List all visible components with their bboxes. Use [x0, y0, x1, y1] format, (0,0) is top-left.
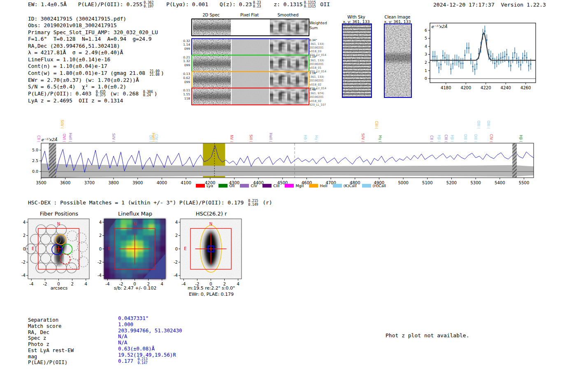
smoothed-cell: [270, 72, 308, 88]
info-radec: RA,Dec (203.994766,51.302418): [28, 43, 164, 49]
line-label-SiII: SiII (: [249, 135, 253, 142]
svg-text:0: 0: [425, 76, 427, 81]
spec2d-row-left-labels: 0.111.55118: [180, 88, 190, 100]
line-label-Hβ: Hβ (: [519, 135, 523, 142]
z-suffix: OII: [317, 1, 330, 7]
line-label-HeII: HeII (: [269, 133, 273, 142]
svg-text:5300: 5300: [470, 181, 481, 185]
svg-text:-2: -2: [21, 260, 26, 264]
svg-text:E: E: [32, 246, 34, 251]
line-fit-plot: 418042004220424042600123456e⁻¹⁷x2Å: [420, 20, 547, 94]
match-row-label: RA, Dec: [28, 329, 49, 335]
pixelflat-cell: [232, 19, 269, 35]
spec2d-row-right-labels: WeightedSum: [309, 21, 335, 30]
plya-value: P(Lyα): 0.001: [166, 1, 208, 7]
svg-text:4: 4: [99, 220, 102, 225]
pixelflat-cell: [232, 88, 269, 104]
spec2d-row-right-labels: 0.34"(361, 133)20190201v018_03320_LU_014: [309, 39, 335, 58]
spec2d-row-right-labels: 1.18"(361, 133)20190201v018_02320_LU_014: [309, 72, 335, 90]
svg-text:0.0: 0.0: [32, 169, 38, 174]
with-sky-title: With Sky: [340, 15, 373, 19]
legend-swatch: [240, 184, 249, 188]
svg-text:2.5: 2.5: [32, 158, 38, 163]
svg-text:-4: -4: [174, 273, 178, 278]
pixelflat-cell: [232, 39, 269, 55]
info-id: ID: 3002417915 (3002417915.pdf): [28, 16, 164, 22]
spec2d-row: [191, 38, 309, 56]
line-label-Hγ: Hγ (: [378, 135, 382, 142]
line-label-CII: CII (: [430, 135, 434, 142]
legend-item-(K)CaII: (K)CaII: [333, 183, 357, 188]
svg-text:3900: 3900: [132, 181, 143, 185]
svg-text:5.0: 5.0: [32, 148, 38, 152]
svg-text:4220: 4220: [481, 86, 491, 90]
spec2d-row: [191, 19, 309, 36]
svg-text:4000: 4000: [157, 181, 167, 185]
svg-text:1: 1: [425, 68, 427, 73]
spec2d-row-right-labels: 1.48"(361, 974)20190201v018_02320_LL_107: [309, 88, 335, 107]
match-row-label: Separation: [28, 317, 58, 323]
svg-text:2: 2: [425, 60, 427, 65]
svg-text:3600: 3600: [60, 181, 70, 185]
spec2d-cell: [193, 39, 231, 55]
match-row-label: Est LyA rest-EW: [28, 348, 74, 353]
svg-text:-2: -2: [174, 260, 178, 264]
line-label-SiIV: SiIV (: [60, 120, 64, 129]
line-label-OIII: OIII (: [486, 121, 490, 129]
spec2d-row-right-labels: 1.10"(361, 133)20190201v018_01320_LU_014: [309, 55, 335, 74]
svg-text:e⁻¹⁷x2Å: e⁻¹⁷x2Å: [431, 24, 447, 29]
svg-text:5100: 5100: [422, 181, 432, 185]
svg-text:4: 4: [23, 220, 26, 225]
legend-swatch: [309, 184, 318, 188]
svg-text:4240: 4240: [501, 86, 511, 90]
info-ifu-amp: Primary Spec_Slot_IFU_AMP: 320_032_020_L…: [28, 29, 164, 36]
hsc-cutout-plot: NE-4-4-2-2002244: [167, 216, 246, 288]
line-label-CIV: CIV (: [154, 134, 158, 142]
line-label-CIV: CIV (: [489, 134, 493, 142]
match-row-label: Photo z: [28, 341, 49, 347]
line-label-OIII: OIII (: [463, 134, 467, 142]
line-label-SiIV: SiIV (: [361, 133, 365, 142]
qz-value: Q(z): 0.23: [220, 1, 252, 7]
info-redshifts: LyA z = 2.4695 OII z = 0.1314: [28, 97, 164, 104]
line-label-OIII: OIII (: [474, 134, 478, 142]
hsc-xlabel-2: EWr: 0, PLAE: 0.179: [174, 292, 249, 297]
svg-text:E: E: [184, 246, 186, 251]
pixelflat-cell: [232, 56, 269, 72]
svg-text:3500: 3500: [36, 181, 46, 185]
svg-text:-4: -4: [98, 273, 102, 278]
match-row-label: Match score: [28, 323, 61, 329]
legend-swatch: [285, 184, 294, 188]
smoothed-cell: [270, 39, 308, 55]
legend-item-CIV: CIV: [240, 183, 257, 188]
svg-text:4200: 4200: [461, 86, 471, 90]
svg-text:-2: -2: [98, 260, 102, 264]
info-cont-n: Cont(n) = 1.10(±0.04)e-17: [28, 63, 164, 70]
col-header-pixelflat: Pixel Flat: [231, 13, 268, 17]
line-label-Hγ: Hγ (: [314, 135, 318, 142]
spec2d-cell: [193, 88, 231, 104]
line-label-NV: NV (: [230, 135, 234, 142]
line-label-Hβ: Hβ (: [437, 135, 441, 142]
svg-text:5400: 5400: [495, 181, 505, 185]
ew-value: EW: 1.4±0.5Å: [28, 1, 67, 7]
report-datetime: 2024-12-20 17:17:37: [433, 2, 495, 8]
svg-text:-4: -4: [21, 273, 26, 278]
hsc-dex-line: HSC-DEX : Possible Matches = 1 (within +…: [28, 199, 272, 206]
legend-label: HeII: [320, 183, 327, 188]
spec2d-row: [191, 55, 309, 72]
line-label-Hδ: Hδ (: [303, 135, 307, 142]
legend-item-MgII: MgII: [285, 183, 304, 188]
summary-header: EW: 1.4±0.5Å P(LAE)/P(OII): 0.2550.3620.…: [28, 1, 330, 8]
qz-hilo: 0.230.23: [253, 1, 261, 8]
plae-poii-value: P(LAE)/P(OII): 0.255: [78, 1, 143, 7]
legend-item-HeII: HeII: [309, 183, 327, 188]
spec2d-cell: [193, 19, 231, 35]
match-row-value: N/A: [118, 340, 127, 346]
svg-text:2: 2: [99, 233, 102, 238]
spec2d-row-left-labels: 0.130.62099: [180, 72, 190, 84]
line-label-OIII: OIII (: [476, 121, 481, 129]
legend-swatch: [218, 184, 228, 188]
legend-label: Lyα: [207, 183, 213, 188]
col-header-2dspec: 2D Spec: [192, 13, 230, 17]
